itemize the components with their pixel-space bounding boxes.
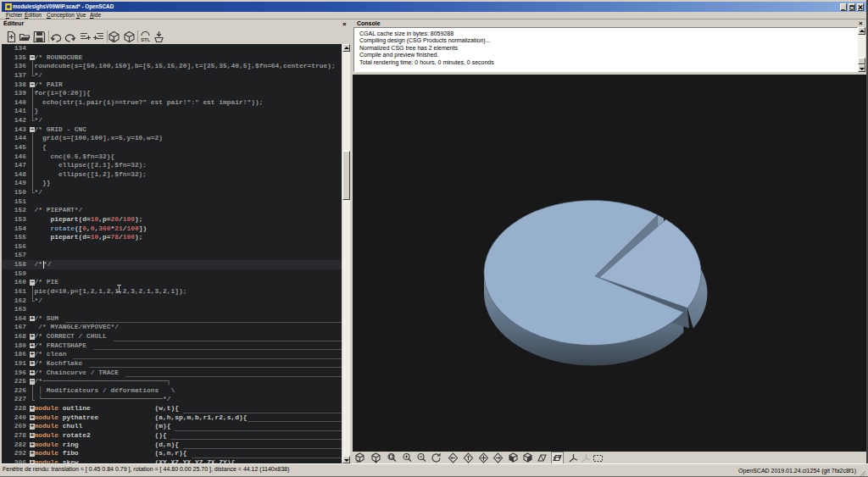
svg-text:STL: STL (141, 37, 151, 42)
svg-text:»: » (111, 36, 115, 43)
